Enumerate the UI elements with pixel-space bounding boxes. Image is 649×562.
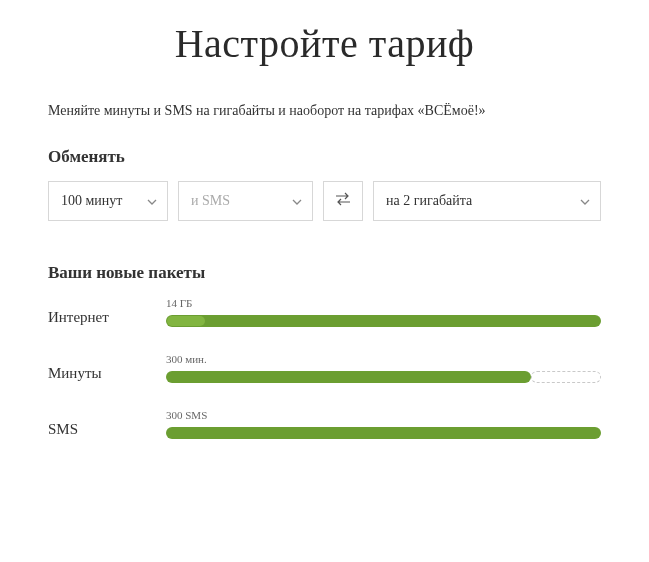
sms-select-placeholder: и SMS [191,193,230,209]
progress-bar-internet[interactable] [166,315,601,327]
chevron-down-icon [292,193,302,209]
slider-knob[interactable] [167,316,205,326]
exchange-row: 100 минут и SMS на 2 гигабайта [48,181,601,221]
progress-bar-minutes[interactable] [166,371,601,383]
packages-list: Интернет 14 ГБ Минуты 300 мин. SMS 300 S… [48,297,601,439]
package-label-internet: Интернет [48,299,166,326]
progress-ghost [531,371,601,383]
package-row-sms: SMS 300 SMS [48,409,601,439]
chevron-down-icon [580,193,590,209]
sms-select[interactable]: и SMS [178,181,313,221]
swap-button[interactable] [323,181,363,221]
minutes-select[interactable]: 100 минут [48,181,168,221]
package-value-minutes: 300 мин. [166,353,601,365]
package-value-sms: 300 SMS [166,409,601,421]
minutes-select-value: 100 минут [61,193,122,209]
exchange-heading: Обменять [48,147,601,167]
package-row-internet: Интернет 14 ГБ [48,297,601,327]
chevron-down-icon [147,193,157,209]
package-row-minutes: Минуты 300 мин. [48,353,601,383]
target-select-value: на 2 гигабайта [386,193,472,209]
swap-icon [335,192,351,210]
progress-fill [166,371,531,383]
package-value-internet: 14 ГБ [166,297,601,309]
progress-fill [166,315,601,327]
packages-heading: Ваши новые пакеты [48,263,601,283]
subtitle-text: Меняйте минуты и SMS на гигабайты и наоб… [48,103,601,119]
progress-bar-sms[interactable] [166,427,601,439]
package-label-sms: SMS [48,411,166,438]
progress-fill [166,427,601,439]
target-select[interactable]: на 2 гигабайта [373,181,601,221]
package-label-minutes: Минуты [48,355,166,382]
page-title: Настройте тариф [48,20,601,67]
